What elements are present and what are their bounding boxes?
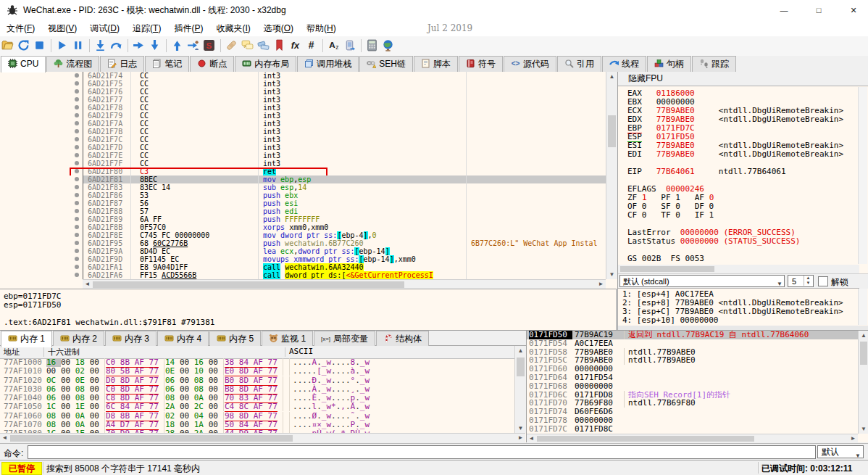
tab-日志[interactable]: 日志 — [100, 56, 144, 72]
menu-item[interactable]: 选项(O) — [257, 20, 300, 37]
breakpoint-dot-icon[interactable] — [75, 121, 79, 125]
breakpoint-dot-icon[interactable] — [75, 201, 79, 205]
menu-item[interactable]: 视图(V) — [41, 20, 83, 37]
maximize-button[interactable]: □ — [804, 0, 833, 20]
call-arguments-list[interactable]: 1: [esp+4] A0C17EEA2: [esp+8] 77B9ABE0 <… — [618, 288, 859, 326]
disasm-horizontal-scrollbar[interactable]: ◄► — [83, 279, 606, 289]
breakpoint-dot-icon[interactable] — [75, 89, 79, 94]
breakpoint-dot-icon[interactable] — [75, 97, 79, 102]
disasm-row[interactable]: 6AD21F78CCint3 — [0, 104, 606, 112]
calling-convention-select[interactable]: 默认 (stdcall)▼ — [619, 275, 785, 287]
breakpoint-dot-icon[interactable] — [75, 129, 79, 133]
menu-item[interactable]: 收藏夹(I) — [209, 20, 256, 37]
stack-row[interactable]: 0171FD640171FD54 — [527, 373, 858, 382]
unlock-checkbox[interactable] — [818, 276, 828, 286]
disasm-row[interactable]: 6AD21F8857push edi — [0, 207, 606, 215]
memtab-内存 5[interactable]: 内存 5 — [209, 331, 261, 347]
attach-icon[interactable] — [343, 38, 357, 53]
memtab-内存 2[interactable]: 内存 2 — [53, 331, 104, 347]
disasm-row[interactable]: 6AD21F7ACCint3 — [0, 120, 606, 128]
command-script-type-select[interactable]: 默认▼ — [817, 445, 864, 458]
tab-引用[interactable]: 引用 — [557, 56, 601, 72]
stack-row[interactable]: 0171FD54A0C17EEA — [527, 339, 858, 348]
breakpoint-dot-icon[interactable] — [75, 73, 79, 78]
register-line[interactable]: CF 0 TF 0 IF 1 — [627, 211, 858, 220]
disasm-row[interactable]: 6AD21F7ECCint3 — [0, 152, 606, 160]
breakpoint-dot-icon[interactable] — [75, 169, 79, 173]
breakpoint-dot-icon[interactable] — [75, 137, 79, 141]
disasm-row[interactable]: 6AD21F7CCCint3 — [0, 136, 606, 144]
disasm-row[interactable]: 6AD21F76CCint3 — [0, 88, 606, 96]
tab-线程[interactable]: 线程 — [602, 56, 646, 72]
breakpoint-dot-icon[interactable] — [75, 249, 79, 253]
animate-into-icon[interactable] — [132, 38, 146, 53]
disasm-vertical-scrollbar[interactable]: ▲▼ — [606, 72, 617, 279]
stack-horizontal-scrollbar[interactable]: ◄► — [527, 434, 858, 443]
step-over-icon[interactable] — [109, 38, 124, 53]
calculator-icon[interactable] — [365, 38, 380, 53]
strings-icon[interactable]: Az — [327, 38, 341, 53]
step-out-icon[interactable] — [170, 38, 185, 53]
breakpoint-dot-icon[interactable] — [75, 177, 79, 181]
menu-item[interactable]: 调试(D) — [83, 20, 126, 37]
breakpoint-dot-icon[interactable] — [75, 145, 79, 149]
call-argument[interactable]: 4: [esp+10] 00000000 — [618, 316, 859, 325]
disasm-row[interactable]: 6AD21F8653push ebx — [0, 191, 606, 199]
disasm-row[interactable]: 6AD21F8756push esi — [0, 199, 606, 207]
functions-icon[interactable]: fx — [288, 38, 303, 53]
breakpoint-dot-icon[interactable] — [75, 113, 79, 117]
tab-内存布局[interactable]: 内存布局 — [235, 56, 296, 72]
disasm-row[interactable]: 6AD21F75CCint3 — [0, 80, 606, 88]
disasm-row[interactable]: 6AD21F8EC745 FC 00000000mov dword ptr ss… — [0, 231, 606, 239]
register-line[interactable]: EIP 77B64061 ntdll.77B64061 — [627, 168, 858, 176]
stop-icon[interactable] — [33, 38, 47, 53]
disasm-row[interactable]: 6AD21F9A8D4D EClea ecx,dword ptr ss:[ebp… — [0, 247, 606, 255]
breakpoint-dot-icon[interactable] — [75, 233, 79, 237]
memtab-内存 3[interactable]: 内存 3 — [105, 331, 157, 347]
tab-符号[interactable]: 符号 — [459, 56, 503, 72]
tab-句柄[interactable]: 句柄 — [647, 56, 691, 72]
disasm-row[interactable]: 6AD21F7FCCint3 — [0, 160, 606, 168]
step-into-icon[interactable] — [93, 38, 108, 53]
tab-源代码[interactable]: <>源代码 — [504, 56, 556, 72]
tab-流程图[interactable]: 流程图 — [46, 56, 99, 72]
tab-断点[interactable]: 断点 — [190, 56, 234, 72]
hide-fpu-button[interactable]: 隐藏FPU — [618, 72, 868, 86]
breakpoint-dot-icon[interactable] — [75, 265, 79, 269]
scylla-icon[interactable]: S — [202, 38, 217, 53]
stack-row[interactable]: 0171FD7800000000 — [527, 416, 858, 425]
animate-over-icon[interactable] — [148, 38, 162, 53]
breakpoint-dot-icon[interactable] — [75, 161, 79, 165]
breakpoint-dot-icon[interactable] — [75, 81, 79, 86]
tab-CPU[interactable]: CPU — [1, 56, 46, 73]
disasm-row[interactable]: 6AD21FA1E8 9A04D1FFcall wechatwin.6AA324… — [0, 263, 606, 271]
open-file-icon[interactable] — [1, 38, 15, 53]
tab-笔记[interactable]: 笔记 — [145, 56, 189, 72]
disasm-row[interactable]: 6AD21F8B0F57C0xorps xmm0,xmm0 — [0, 223, 606, 231]
registers-vertical-scrollbar[interactable] — [858, 87, 867, 264]
menu-item[interactable]: 帮助(H) — [300, 20, 343, 37]
memtab-局部变量[interactable]: [x=]局部变量 — [314, 331, 375, 347]
breakpoint-dot-icon[interactable] — [75, 273, 79, 277]
tab-脚本[interactable]: 脚本 — [414, 56, 458, 72]
stack-row[interactable]: 0171FD7C0171FD8C — [527, 425, 858, 434]
minimize-button[interactable]: — — [769, 0, 798, 20]
memtab-内存 4[interactable]: 内存 4 — [157, 331, 209, 347]
run-icon[interactable] — [55, 38, 70, 53]
stack-vertical-scrollbar[interactable]: ▲▼ — [858, 331, 868, 434]
close-button[interactable]: ✕ — [839, 0, 868, 20]
menu-item[interactable]: 插件(P) — [167, 20, 209, 37]
tab-跟踪[interactable]: 跟踪 — [692, 56, 736, 72]
registers-horizontal-scrollbar[interactable] — [618, 265, 859, 273]
tab-SEH链[interactable]: SEH链 — [359, 56, 413, 72]
comments-icon[interactable] — [241, 38, 255, 53]
register-line[interactable]: LastStatus 00000000 (STATUS_SUCCESS) — [627, 237, 858, 246]
disasm-row[interactable]: 6AD21F74CCint3 — [0, 72, 606, 80]
register-line[interactable]: EDI 77B9ABE0 <ntdll.DbgUiRemoteBreakin> — [627, 150, 858, 159]
disasm-row[interactable]: 6AD21FA6FF15 ACD5566Bcall dword ptr ds:[… — [0, 271, 606, 279]
disasm-row[interactable]: 6AD21F77CCint3 — [0, 96, 606, 104]
stack-row[interactable]: 0171FD6800000000 — [527, 382, 858, 391]
breakpoint-dot-icon[interactable] — [75, 193, 79, 197]
breakpoint-dot-icon[interactable] — [75, 185, 79, 189]
disasm-row[interactable]: 6AD21F896A FFpush FFFFFFFF — [0, 215, 606, 223]
